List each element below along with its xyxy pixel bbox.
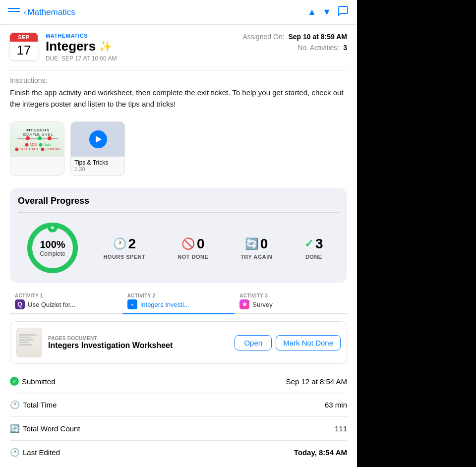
sparkle-icon: ✨ — [99, 40, 112, 53]
progress-divider — [18, 212, 339, 213]
stat-done-top: ✓ 3 — [304, 236, 323, 252]
activity-content: PAGES DOCUMENT Integers Investigation Wo… — [10, 314, 347, 467]
activities-section: ACTIVITY 1 Q Use Quizlet for... ACTIVITY… — [10, 289, 347, 467]
assignment-title: Integers ✨ — [46, 39, 235, 54]
stat-not-done: 🚫 0 NOT DONE — [178, 236, 208, 260]
progress-circle: ★ 100% Complete — [25, 221, 80, 275]
tab-1-content: Q Use Quizlet for... — [15, 299, 118, 309]
tab-2-number: ACTIVITY 2 — [127, 293, 230, 298]
document-actions: Open Mark Not Done — [235, 335, 341, 350]
stat-not-done-top: 🚫 0 — [181, 236, 205, 252]
stat-hours-label: HOURS SPENT — [103, 254, 145, 260]
document-name: Integers Investigation Worksheet — [48, 341, 229, 350]
assigned-on-label: Assigned On: — [242, 33, 284, 41]
stat-done-label: DONE — [305, 254, 322, 260]
tab-2-content: ▪ Integers Investi... — [127, 299, 230, 309]
stat-try-again-label: TRY AGAIN — [240, 254, 272, 260]
assigned-on-value: Sep 10 at 8:59 AM — [288, 33, 347, 41]
submitted-checkmark-icon: ✓ — [10, 377, 19, 386]
assignment-subject: MATHEMATICS — [46, 33, 235, 39]
try-again-icon: 🔄 — [245, 237, 258, 250]
tab-3-content: ✱ Survey — [239, 299, 342, 309]
progress-circle-container: ★ 100% Complete — [18, 221, 87, 275]
activities-tabs: ACTIVITY 1 Q Use Quizlet for... ACTIVITY… — [10, 289, 347, 314]
progress-section: Overall Progress ★ 100% Complete — [10, 188, 347, 283]
last-edited-row: 🕐 Last Edited Today, 8:54 AM — [10, 441, 347, 464]
stat-hours-value: 2 — [128, 236, 136, 252]
calendar-badge: SEP 17 — [10, 33, 38, 60]
stat-try-again: 🔄 0 TRY AGAIN — [240, 236, 272, 260]
star-badge: ★ — [48, 223, 58, 233]
calendar-day: 17 — [10, 42, 38, 60]
stat-done-value: 3 — [315, 236, 323, 252]
assigned-on-row: Assigned On: Sep 10 at 8:59 AM — [242, 33, 347, 41]
down-icon: ▼ — [322, 7, 331, 17]
word-count-label: Total Word Count — [23, 424, 80, 433]
tab-3-number: ACTIVITY 3 — [239, 293, 342, 298]
stat-try-again-value: 0 — [260, 236, 268, 252]
stat-done: ✓ 3 DONE — [304, 236, 323, 260]
attachment-poster[interactable]: INTEGERS EXAMPLE: -8 4 8 1 ⬤ ADD ⬤ Auto … — [10, 121, 64, 176]
progress-circle-inner: 100% Complete — [40, 239, 65, 257]
play-icon — [89, 130, 107, 148]
tab-3-label: Survey — [252, 301, 272, 308]
calendar-month: SEP — [10, 33, 38, 42]
tab-activity-1[interactable]: ACTIVITY 1 Q Use Quizlet for... — [10, 289, 122, 314]
chat-icon — [337, 5, 349, 19]
total-time-row: 🕐 Total Time 63 min — [10, 393, 347, 417]
stat-hours-top: 🕐 2 — [113, 236, 136, 252]
word-count-left: 🔄 Total Word Count — [10, 424, 80, 433]
nav-actions: ▲ ▼ — [307, 5, 349, 19]
document-type: PAGES DOCUMENT — [48, 336, 229, 341]
tab-activity-2[interactable]: ACTIVITY 2 ▪ Integers Investi... — [122, 289, 235, 314]
clock-icon: 🕐 — [113, 237, 126, 250]
progress-stats: ★ 100% Complete 🕐 2 HOURS SPENT — [18, 221, 339, 275]
up-icon: ▲ — [307, 7, 316, 17]
pages-icon: ▪ — [127, 299, 137, 309]
submission-row: ✓ Submitted Sep 12 at 8:54 AM — [10, 370, 347, 393]
attachments-row: INTEGERS EXAMPLE: -8 4 8 1 ⬤ ADD ⬤ Auto … — [0, 116, 357, 182]
instructions-label: Instructions: — [10, 76, 347, 84]
back-button[interactable]: ‹ Mathematics — [24, 7, 75, 17]
word-count-value: 111 — [335, 424, 347, 433]
word-count-icon: 🔄 — [10, 424, 20, 433]
nav-up-button[interactable]: ▲ — [307, 7, 316, 17]
tab-activity-3[interactable]: ACTIVITY 3 ✱ Survey — [235, 289, 347, 314]
chat-button[interactable] — [337, 5, 349, 19]
instructions-section: Instructions: Finish the app activity an… — [0, 70, 357, 116]
submitted-label: Submitted — [22, 377, 56, 386]
stat-not-done-value: 0 — [197, 236, 205, 252]
document-card: PAGES DOCUMENT Integers Investigation Wo… — [10, 321, 347, 364]
main-panel: ‹ Mathematics ▲ ▼ SEP 17 — [0, 0, 357, 467]
total-time-label: Total Time — [23, 401, 57, 409]
last-edited-value: Today, 8:54 AM — [294, 448, 347, 457]
poster-thumbnail: INTEGERS EXAMPLE: -8 4 8 1 ⬤ ADD ⬤ Auto … — [10, 122, 64, 157]
activities-count-row: No. Activities: 3 — [298, 44, 347, 52]
assignment-meta: Assigned On: Sep 10 at 8:59 AM No. Activ… — [242, 33, 347, 52]
video-thumbnail — [71, 122, 125, 157]
last-edited-left: 🕐 Last Edited — [10, 448, 60, 457]
assignment-due: DUE: SEP 17 AT 10:00 AM — [46, 55, 235, 62]
tab-1-number: ACTIVITY 1 — [15, 293, 118, 298]
last-edited-label: Last Edited — [23, 448, 60, 457]
progress-complete-label: Complete — [40, 250, 65, 257]
activities-value: 3 — [343, 44, 347, 52]
attachment-video[interactable]: Tips & Tricks 1:20 — [70, 121, 125, 176]
total-time-value: 63 min — [325, 401, 347, 409]
tab-1-label: Use Quizlet for... — [28, 301, 75, 308]
right-panel — [357, 0, 476, 467]
activities-label: No. Activities: — [298, 44, 339, 52]
done-icon: ✓ — [304, 237, 313, 250]
mark-not-done-button[interactable]: Mark Not Done — [276, 335, 341, 350]
nav-bar: ‹ Mathematics ▲ ▼ — [0, 0, 357, 25]
sidebar-toggle-button[interactable] — [8, 8, 20, 17]
progress-percent: 100% — [40, 239, 65, 250]
nav-down-button[interactable]: ▼ — [322, 7, 331, 17]
open-button[interactable]: Open — [235, 335, 272, 350]
time-icon: 🕐 — [10, 400, 20, 409]
last-edited-icon: 🕐 — [10, 448, 20, 457]
back-chevron-icon: ‹ — [24, 8, 26, 17]
assignment-info: MATHEMATICS Integers ✨ DUE: SEP 17 AT 10… — [46, 33, 235, 62]
video-duration: 1:20 — [74, 166, 121, 172]
document-info: PAGES DOCUMENT Integers Investigation Wo… — [48, 336, 229, 350]
